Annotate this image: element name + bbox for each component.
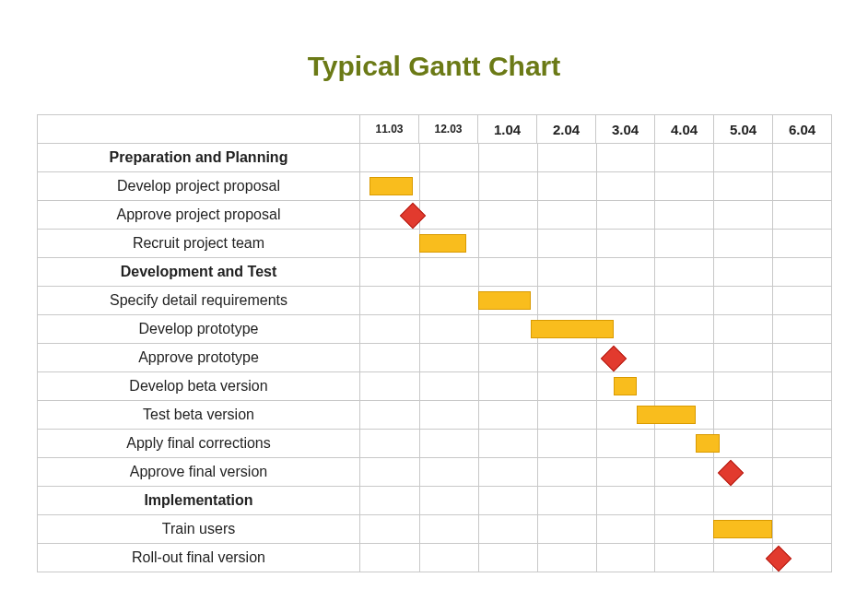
gantt-task-label: Apply final corrections <box>38 430 360 458</box>
gantt-task-label: Specify detail requirements <box>38 287 360 315</box>
gantt-task-label: Approve project proposal <box>38 201 360 230</box>
gantt-timeline-cell <box>360 344 832 372</box>
gantt-time-header: 6.04 <box>773 115 832 144</box>
gantt-timeline-cell <box>360 515 832 544</box>
gantt-task-label: Develop project proposal <box>38 172 360 201</box>
gantt-task-label: Approve prototype <box>38 344 360 372</box>
gantt-bar <box>478 291 531 310</box>
gantt-bar <box>369 177 414 195</box>
gantt-task-label: Train users <box>38 515 360 544</box>
gantt-task-row: Test beta version <box>38 401 832 430</box>
gantt-task-row: Develop beta version <box>38 372 832 401</box>
gantt-task-label: Roll-out final version <box>38 544 360 572</box>
gantt-timeline-cell <box>360 544 832 572</box>
gantt-task-header <box>38 115 360 144</box>
gantt-group-row: Development and Test <box>38 258 832 287</box>
gantt-group-label: Implementation <box>38 487 360 515</box>
gantt-time-header: 11.03 <box>360 115 419 144</box>
gantt-time-header: 1.04 <box>478 115 537 144</box>
gantt-task-label: Recruit project team <box>38 230 360 258</box>
gantt-bar <box>419 234 466 253</box>
gantt-timeline-cell <box>360 172 832 201</box>
gantt-group-row: Preparation and Planning <box>38 144 832 172</box>
gantt-timeline-cell <box>360 258 832 287</box>
gantt-task-row: Approve prototype <box>38 344 832 372</box>
gantt-bar <box>614 377 638 395</box>
gantt-timeline-cell <box>360 230 832 258</box>
gantt-task-label: Develop prototype <box>38 315 360 344</box>
gantt-timeline-cell <box>360 430 832 458</box>
gantt-timeline-cell <box>360 287 832 315</box>
gantt-bar <box>531 320 613 338</box>
gantt-group-label: Preparation and Planning <box>38 144 360 172</box>
gantt-milestone-icon <box>718 460 744 486</box>
gantt-timeline-cell <box>360 401 832 430</box>
gantt-task-label: Approve final version <box>38 458 360 487</box>
gantt-table: 11.03 12.03 1.04 2.04 3.04 4.04 5.04 6.0… <box>37 114 832 572</box>
gantt-timeline-cell <box>360 458 832 487</box>
gantt-task-row: Train users <box>38 515 832 544</box>
gantt-milestone-icon <box>765 546 791 572</box>
gantt-task-label: Develop beta version <box>38 372 360 401</box>
gantt-task-row: Approve final version <box>38 458 832 487</box>
gantt-task-row: Roll-out final version <box>38 544 832 572</box>
gantt-task-row: Apply final corrections <box>38 430 832 458</box>
gantt-time-header: 3.04 <box>596 115 655 144</box>
gantt-time-header: 5.04 <box>714 115 773 144</box>
gantt-bar <box>637 406 696 424</box>
gantt-milestone-icon <box>601 346 627 371</box>
gantt-timeline-cell <box>360 372 832 401</box>
gantt-timeline-cell <box>360 315 832 344</box>
gantt-timeline-cell <box>360 144 832 172</box>
gantt-time-header: 12.03 <box>419 115 478 144</box>
gantt-chart: 11.03 12.03 1.04 2.04 3.04 4.04 5.04 6.0… <box>37 114 831 572</box>
gantt-task-row: Develop prototype <box>38 315 832 344</box>
gantt-timeline-cell <box>360 201 832 230</box>
gantt-group-row: Implementation <box>38 487 832 515</box>
gantt-time-header: 4.04 <box>655 115 714 144</box>
gantt-milestone-icon <box>400 203 426 229</box>
gantt-task-row: Specify detail requirements <box>38 287 832 315</box>
gantt-timeline-cell <box>360 487 832 515</box>
gantt-group-label: Development and Test <box>38 258 360 287</box>
chart-title: Typical Gantt Chart <box>0 51 868 82</box>
gantt-task-row: Develop project proposal <box>38 172 832 201</box>
gantt-task-row: Recruit project team <box>38 230 832 258</box>
gantt-task-row: Approve project proposal <box>38 201 832 230</box>
gantt-task-label: Test beta version <box>38 401 360 430</box>
gantt-bar <box>713 520 772 538</box>
gantt-time-header: 2.04 <box>537 115 596 144</box>
gantt-header-row: 11.03 12.03 1.04 2.04 3.04 4.04 5.04 6.0… <box>38 115 832 144</box>
gantt-bar <box>696 434 720 453</box>
